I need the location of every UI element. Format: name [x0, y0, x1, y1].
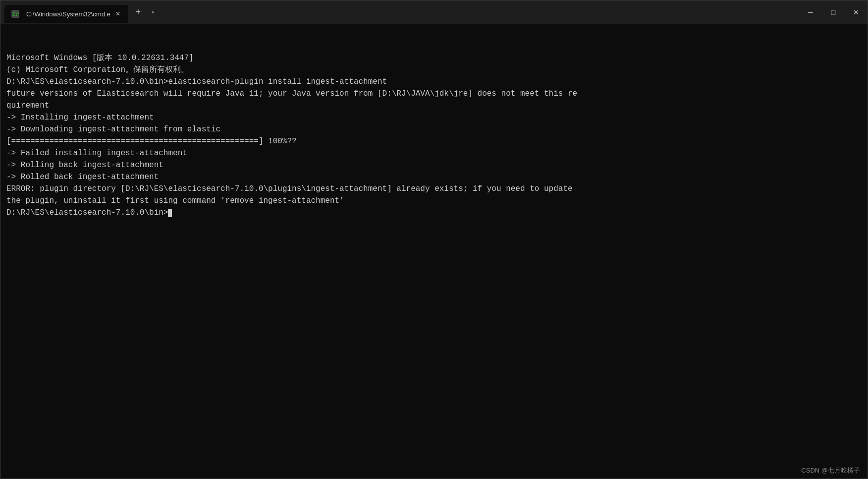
maximize-button[interactable]: □: [822, 0, 845, 24]
window-controls: ─ □ ✕: [799, 0, 868, 24]
terminal-line: Microsoft Windows [版本 10.0.22631.3447]: [6, 52, 862, 64]
terminal-output[interactable]: Microsoft Windows [版本 10.0.22631.3447](c…: [0, 24, 868, 479]
tab-close-button[interactable]: ✕: [113, 9, 122, 18]
terminal-line: D:\RJ\ES\elasticsearch-7.10.0\bin>elasti…: [6, 76, 862, 88]
svg-text:C:\: C:\: [12, 12, 19, 17]
terminal-line: (c) Microsoft Corporation。保留所有权利。: [6, 64, 862, 76]
close-button[interactable]: ✕: [845, 0, 868, 24]
dropdown-button[interactable]: ▾: [146, 5, 160, 19]
terminal-window: C:\ C:\Windows\System32\cmd.e ✕ + ▾ ─ □ …: [0, 0, 868, 479]
terminal-line: -> Failed installing ingest-attachment: [6, 147, 862, 159]
tab-area: C:\ C:\Windows\System32\cmd.e ✕ + ▾: [4, 0, 799, 24]
terminal-line: -> Downloading ingest-attachment from el…: [6, 123, 862, 135]
watermark: CSDN @七月吃橘子: [801, 466, 860, 475]
terminal-line: -> Rolling back ingest-attachment: [6, 159, 862, 171]
active-tab[interactable]: C:\ C:\Windows\System32\cmd.e ✕: [4, 5, 128, 23]
cmd-icon: C:\: [10, 9, 20, 19]
terminal-line: [=======================================…: [6, 135, 862, 147]
title-bar: C:\ C:\Windows\System32\cmd.e ✕ + ▾ ─ □ …: [0, 0, 868, 24]
minimize-button[interactable]: ─: [799, 0, 822, 24]
terminal-line: future versions of Elasticsearch will re…: [6, 88, 862, 100]
tab-label: C:\Windows\System32\cmd.e: [26, 10, 110, 18]
terminal-cursor: [168, 209, 172, 217]
terminal-line: the plugin, uninstall it first using com…: [6, 195, 862, 207]
terminal-line: quirement: [6, 100, 862, 112]
terminal-line: -> Installing ingest-attachment: [6, 112, 862, 123]
terminal-line: D:\RJ\ES\elasticsearch-7.10.0\bin>: [6, 207, 862, 219]
terminal-line: ERROR: plugin directory [D:\RJ\ES\elasti…: [6, 183, 862, 195]
terminal-line: -> Rolled back ingest-attachment: [6, 171, 862, 183]
new-tab-button[interactable]: +: [130, 4, 146, 20]
